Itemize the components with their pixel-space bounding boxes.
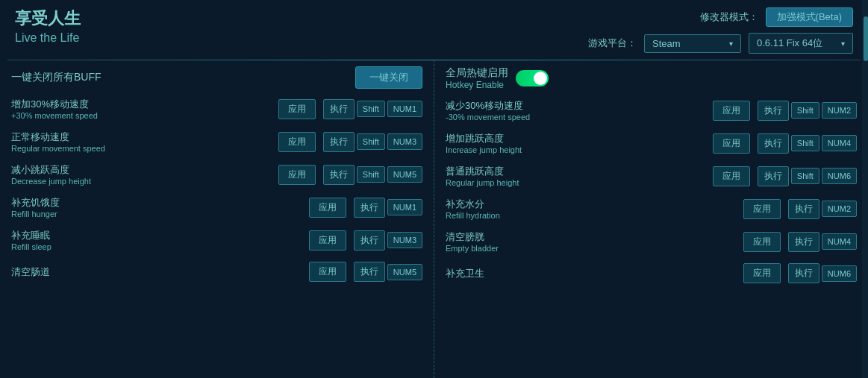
- scrollbar[interactable]: [862, 0, 868, 378]
- feature-cn: 补充饥饿度: [11, 196, 302, 210]
- version-select[interactable]: 0.6.11 Fix 64位 ▾: [749, 33, 853, 54]
- exec-button[interactable]: 执行: [354, 262, 385, 282]
- feature-cn: 增加30%移动速度: [11, 98, 271, 111]
- feature-info: 正常移动速度 Regular movement speed: [11, 130, 271, 153]
- close-all-button[interactable]: 一键关闭: [355, 66, 422, 89]
- feature-cn: 补充卫生: [446, 267, 736, 280]
- apply-button[interactable]: 应用: [743, 232, 781, 252]
- apply-button[interactable]: 应用: [743, 199, 781, 219]
- exec-button[interactable]: 执行: [758, 101, 789, 121]
- exec-button[interactable]: 执行: [354, 230, 385, 251]
- modifier-label: 修改器模式：: [700, 10, 758, 24]
- feature-en: -30% movement speed: [446, 113, 705, 122]
- feature-info: 补充卫生: [446, 267, 736, 280]
- feature-info: 补充睡眠 Refill sleep: [11, 229, 302, 251]
- scrollbar-thumb[interactable]: [864, 16, 868, 61]
- title-chinese: 享受人生: [15, 7, 81, 30]
- feature-row: 补充饥饿度 Refill hunger 应用 执行 NUM1: [11, 196, 422, 218]
- feature-cn: 补充睡眠: [11, 229, 302, 242]
- apply-button[interactable]: 应用: [278, 165, 316, 185]
- feature-cn: 清空肠道: [11, 265, 302, 279]
- hotkey-toggle[interactable]: [516, 70, 549, 86]
- exec-button[interactable]: 执行: [323, 132, 355, 152]
- apply-button[interactable]: 应用: [713, 101, 750, 121]
- platform-value: Steam: [652, 38, 681, 49]
- header: 享受人生 Live the Life 修改器模式： 加强模式(Beta) 游戏平…: [0, 7, 868, 60]
- apply-button[interactable]: 应用: [743, 263, 781, 283]
- key-badge-num5: NUM5: [387, 166, 422, 183]
- apply-button[interactable]: 应用: [309, 198, 346, 218]
- exec-button[interactable]: 执行: [788, 232, 819, 252]
- exec-button[interactable]: 执行: [354, 198, 385, 218]
- feature-cn: 清空膀胱: [446, 230, 736, 244]
- buff-control-row: 一键关闭所有BUFF 一键关闭: [11, 66, 422, 89]
- exec-button[interactable]: 执行: [758, 133, 789, 154]
- hotkey-group: 执行 Shift NUM3: [323, 132, 422, 152]
- key-badge-num3: NUM3: [387, 232, 422, 248]
- platform-select[interactable]: Steam ▾: [644, 34, 741, 53]
- apply-button[interactable]: 应用: [309, 230, 346, 251]
- feature-cn: 补充水分: [446, 198, 736, 211]
- feature-cn: 减小跳跃高度: [11, 163, 271, 177]
- key-badge-num1: NUM1: [387, 199, 422, 215]
- platform-chevron-icon: ▾: [729, 40, 733, 48]
- apply-button[interactable]: 应用: [713, 166, 750, 186]
- feature-cn: 减少30%移动速度: [446, 99, 705, 113]
- hotkey-cn: 全局热键启用: [446, 66, 508, 80]
- feature-en: Refill hydration: [446, 211, 736, 220]
- hotkey-group: 执行 Shift NUM2: [758, 101, 857, 121]
- feature-row: 普通跳跃高度 Regular jump height 应用 执行 Shift N…: [446, 165, 857, 187]
- hotkey-group: 执行 Shift NUM1: [323, 99, 422, 119]
- hotkey-en: Hotkey Enable: [446, 80, 508, 90]
- platform-label: 游戏平台：: [588, 37, 637, 50]
- feature-info: 增加跳跃高度 Increase jump height: [446, 132, 705, 154]
- feature-cn: 增加跳跃高度: [446, 132, 705, 145]
- feature-row: 补充睡眠 Refill sleep 应用 执行 NUM3: [11, 229, 422, 251]
- feature-row: 清空膀胱 Empty bladder 应用 执行 NUM4: [446, 230, 857, 253]
- feature-en: Refill hunger: [11, 210, 302, 218]
- beta-mode-button[interactable]: 加强模式(Beta): [766, 7, 853, 27]
- version-chevron-icon: ▾: [841, 40, 845, 48]
- feature-info: 补充饥饿度 Refill hunger: [11, 196, 302, 218]
- feature-info: 减少30%移动速度 -30% movement speed: [446, 99, 705, 122]
- hotkey-group: 执行 NUM2: [788, 199, 857, 219]
- key-badge-shift: Shift: [791, 168, 819, 184]
- hotkey-group: 执行 NUM4: [788, 232, 857, 252]
- key-badge-shift: Shift: [791, 102, 819, 119]
- feature-info: 减小跳跃高度 Decrease jump height: [11, 163, 271, 186]
- apply-button[interactable]: 应用: [309, 262, 346, 282]
- platform-row: 游戏平台： Steam ▾ 0.6.11 Fix 64位 ▾: [588, 33, 853, 54]
- feature-cn: 普通跳跃高度: [446, 165, 705, 178]
- apply-button[interactable]: 应用: [278, 99, 316, 119]
- exec-button[interactable]: 执行: [788, 199, 819, 219]
- hotkey-group: 执行 NUM5: [354, 262, 422, 282]
- exec-button[interactable]: 执行: [323, 165, 355, 185]
- exec-button[interactable]: 执行: [323, 99, 355, 119]
- feature-info: 普通跳跃高度 Regular jump height: [446, 165, 705, 187]
- key-badge-shift: Shift: [357, 101, 385, 117]
- right-column: 全局热键启用 Hotkey Enable 减少30%移动速度 -30% move…: [434, 60, 868, 378]
- feature-row: 减小跳跃高度 Decrease jump height 应用 执行 Shift …: [11, 163, 422, 186]
- hotkey-group: 执行 NUM3: [354, 230, 422, 251]
- content-area: 一键关闭所有BUFF 一键关闭 增加30%移动速度 +30% movement …: [0, 60, 868, 378]
- feature-info: 补充水分 Refill hydration: [446, 198, 736, 220]
- feature-en: Decrease jump height: [11, 177, 271, 186]
- feature-row: 清空肠道 应用 执行 NUM5: [11, 262, 422, 282]
- exec-button[interactable]: 执行: [758, 166, 789, 186]
- apply-button[interactable]: 应用: [278, 132, 316, 152]
- key-badge-num6: NUM6: [822, 168, 857, 184]
- feature-en: Increase jump height: [446, 145, 705, 154]
- exec-button[interactable]: 执行: [788, 263, 819, 283]
- left-column: 一键关闭所有BUFF 一键关闭 增加30%移动速度 +30% movement …: [0, 60, 434, 378]
- feature-en: Refill sleep: [11, 242, 302, 251]
- feature-row: 正常移动速度 Regular movement speed 应用 执行 Shif…: [11, 130, 422, 153]
- hotkey-group: 执行 Shift NUM5: [323, 165, 422, 185]
- feature-info: 清空膀胱 Empty bladder: [446, 230, 736, 253]
- apply-button[interactable]: 应用: [713, 133, 750, 154]
- key-badge-num5: NUM5: [387, 264, 422, 280]
- key-badge-num4: NUM4: [822, 135, 857, 151]
- feature-row: 补充水分 Refill hydration 应用 执行 NUM2: [446, 198, 857, 220]
- key-badge-num1: NUM1: [387, 101, 422, 117]
- title-block: 享受人生 Live the Life: [15, 7, 81, 45]
- key-badge-num2: NUM2: [822, 201, 857, 217]
